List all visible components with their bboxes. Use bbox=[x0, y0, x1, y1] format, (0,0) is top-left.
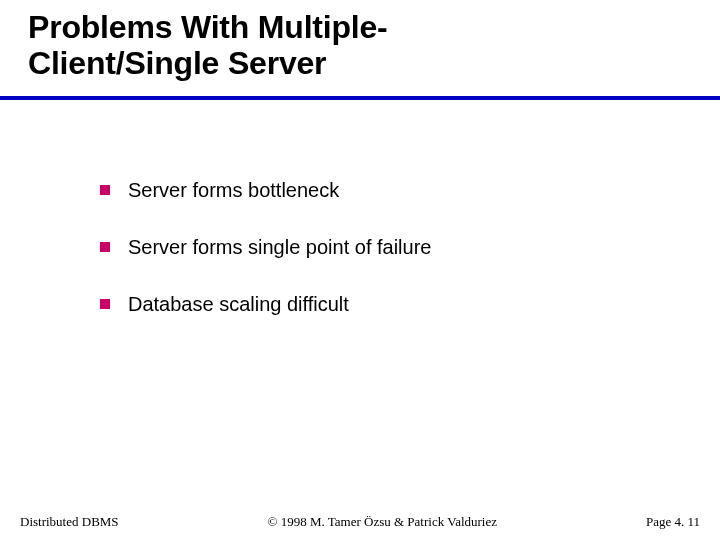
slide: Problems With Multiple- Client/Single Se… bbox=[0, 0, 720, 540]
bullet-text: Database scaling difficult bbox=[128, 292, 349, 317]
bullet-text: Server forms bottleneck bbox=[128, 178, 339, 203]
bullet-text: Server forms single point of failure bbox=[128, 235, 431, 260]
footer-center: © 1998 M. Tamer Özsu & Patrick Valduriez bbox=[119, 514, 646, 530]
bullet-item: Server forms single point of failure bbox=[100, 235, 660, 260]
slide-title: Problems With Multiple- Client/Single Se… bbox=[28, 10, 388, 82]
bullet-square-icon bbox=[100, 242, 110, 252]
bullet-item: Database scaling difficult bbox=[100, 292, 660, 317]
bullet-list: Server forms bottleneck Server forms sin… bbox=[100, 178, 660, 349]
bullet-square-icon bbox=[100, 299, 110, 309]
footer: Distributed DBMS © 1998 M. Tamer Özsu & … bbox=[0, 514, 720, 530]
footer-left: Distributed DBMS bbox=[20, 514, 119, 530]
bullet-square-icon bbox=[100, 185, 110, 195]
bullet-item: Server forms bottleneck bbox=[100, 178, 660, 203]
footer-right: Page 4. 11 bbox=[646, 514, 700, 530]
title-line-2: Client/Single Server bbox=[28, 45, 326, 81]
title-line-1: Problems With Multiple- bbox=[28, 9, 388, 45]
divider-line bbox=[0, 96, 720, 100]
